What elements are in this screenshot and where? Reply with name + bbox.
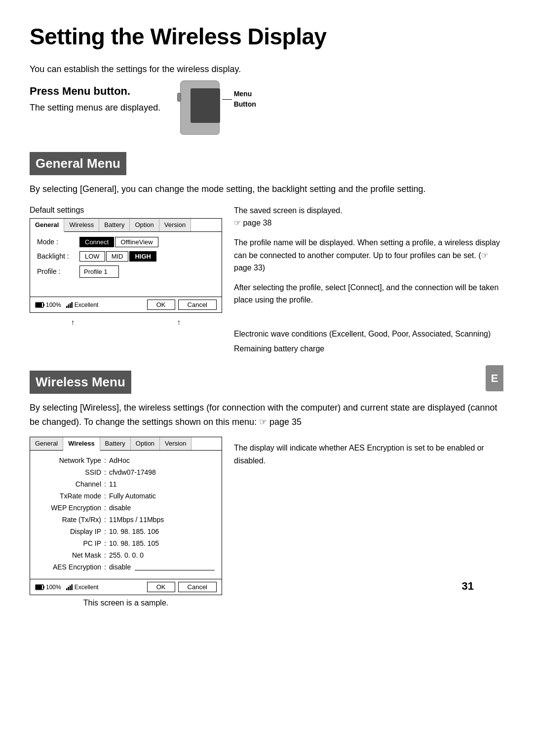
wireless-row-6: Display IP : 10. 98. 185. 106 [37,527,215,537]
wave-battery-notes: Electronic wave conditions (Excellent, G… [234,328,491,355]
wbattery-svg [35,584,45,590]
battery-svg [35,302,45,308]
wireless-tabs: General Wireless Battery Option Version [30,437,222,451]
backlight-low-btn[interactable]: LOW [79,251,105,262]
sidebar-e-marker: E [486,365,503,391]
general-menu-area: Default settings General Wireless Batter… [30,204,503,313]
wireless-menu-window: General Wireless Battery Option Version … [30,437,222,595]
general-menu-left-col: Default settings General Wireless Batter… [30,204,222,313]
wireless-battery-percent: 100% [46,583,61,592]
wireless-row-0: Network Type : AdHoc [37,455,215,466]
wlabel-6: Display IP [37,527,101,537]
cancel-button[interactable]: Cancel [178,300,217,310]
wireless-menu-left-col: General Wireless Battery Option Version … [30,437,222,609]
wireless-menu-area: General Wireless Battery Option Version … [30,437,503,609]
wireless-menu-section: Wireless Menu By selecting [Wireless], t… [30,366,503,609]
press-menu-left: Press Menu button. The setting menus are… [30,83,160,114]
mode-offlineview-btn[interactable]: OfflineView [115,237,158,247]
wireless-cancel-button[interactable]: Cancel [178,582,217,592]
wvalue-5: 11Mbps / 11Mbps [109,515,164,525]
wireless-row-2: Channel : 11 [37,479,215,490]
wvalue-8: 255. 0. 0. 0 [109,550,144,561]
battery-arrow: ↑ [177,317,181,328]
menu-button-callout: Menu Button [222,89,261,110]
wireless-menu-footer: 100% Excellent [30,579,222,595]
spacer-left [30,328,222,355]
wireless-footer-status: 100% Excellent [35,583,98,592]
tab-battery[interactable]: Battery [99,219,130,231]
bottom-callouts: ↑ ↑ [30,317,222,328]
page-title: Setting the Wireless Display [30,20,503,54]
wtab-battery[interactable]: Battery [100,437,131,450]
general-menu-heading: General Menu [30,152,126,175]
wlabel-2: Channel [37,479,101,490]
general-menu-window: General Wireless Battery Option Version … [30,218,222,313]
ok-button[interactable]: OK [147,300,175,310]
general-menu-footer: 100% Excellent [30,297,222,312]
tab-general[interactable]: General [30,219,64,232]
wireless-row-4: WEP Encryption : disable [37,503,215,513]
default-settings-label: Default settings [30,204,222,216]
profile-name-note: The profile name will be displayed. When… [234,236,503,274]
tab-option[interactable]: Option [130,219,159,231]
wvalue-4: disable [109,503,131,513]
wireless-row-9: AES Encryption : disable [37,562,215,572]
wsignal-svg [66,584,73,590]
wlabel-5: Rate (Tx/Rx) [37,515,101,525]
signal-icon: Excellent [66,301,99,309]
mode-buttons: Connect OfflineView [79,237,158,247]
wireless-ok-button[interactable]: OK [147,582,175,592]
after-profile-note: After selecting the profile, select [Con… [234,281,503,306]
menu-button-label: Menu Button [234,89,262,110]
wvalue-0: AdHoc [109,455,130,466]
backlight-label: Backlight : [37,251,76,262]
wave-conditions-note: Electronic wave conditions (Excellent, G… [234,328,491,340]
wireless-row-7: PC IP : 10. 98. 185. 105 [37,538,215,549]
tab-wireless[interactable]: Wireless [64,219,99,231]
svg-rect-5 [70,303,71,308]
wtab-general[interactable]: General [30,437,63,450]
backlight-mid-btn[interactable]: MID [106,251,129,262]
profile-row: Profile : Profile 1 [37,265,215,278]
mode-label: Mode : [37,237,76,247]
wlabel-7: PC IP [37,538,101,549]
mode-connect-btn[interactable]: Connect [79,237,114,247]
tab-version[interactable]: Version [159,219,191,231]
wlabel-8: Net Mask [37,550,101,561]
wireless-row-5: Rate (Tx/Rx) : 11Mbps / 11Mbps [37,515,215,525]
wvalue-7: 10. 98. 185. 105 [109,538,159,549]
general-tabs: General Wireless Battery Option Version [30,219,222,232]
wvalue-9: disable [109,562,131,572]
press-menu-section: Press Menu button. The setting menus are… [30,83,503,142]
svg-rect-11 [68,587,69,590]
page-number: 31 [462,578,474,594]
backlight-buttons: LOW MID HIGH [79,251,156,262]
footer-status: 100% Excellent [35,301,98,309]
wtab-option[interactable]: Option [131,437,160,450]
wvalue-3: Fully Automatic [109,491,156,501]
wtab-version[interactable]: Version [160,437,191,450]
general-menu-section: General Menu By selecting [General], you… [30,147,503,355]
general-menu-content: Mode : Connect OfflineView Backlight : L… [30,232,222,297]
backlight-high-btn[interactable]: HIGH [129,251,156,262]
wlabel-9: AES Encryption [37,562,101,572]
intro-text: You can establish the settings for the w… [30,63,503,76]
device-illustration: Menu Button [175,78,254,142]
svg-rect-4 [68,304,69,308]
wireless-row-1: SSID : cfvdw07-17498 [37,467,215,478]
battery-remaining-note: Remaining battery charge [234,343,491,355]
wlabel-1: SSID [37,467,101,478]
wireless-signal-icon: Excellent [66,583,99,592]
wlabel-3: TxRate mode [37,491,101,501]
svg-rect-10 [66,588,68,590]
wtab-wireless[interactable]: Wireless [63,437,100,451]
svg-rect-2 [43,303,44,306]
profile-label: Profile : [37,266,76,277]
general-menu-desc: By selecting [General], you can change t… [30,182,503,196]
wvalue-2: 11 [109,479,117,490]
svg-rect-6 [71,302,73,308]
bottom-annotations: ↑ ↑ [30,317,503,328]
press-menu-subtext: The setting menus are displayed. [30,101,160,114]
aes-note: The display will indicate whether AES En… [234,442,503,467]
profile-value[interactable]: Profile 1 [79,265,119,278]
